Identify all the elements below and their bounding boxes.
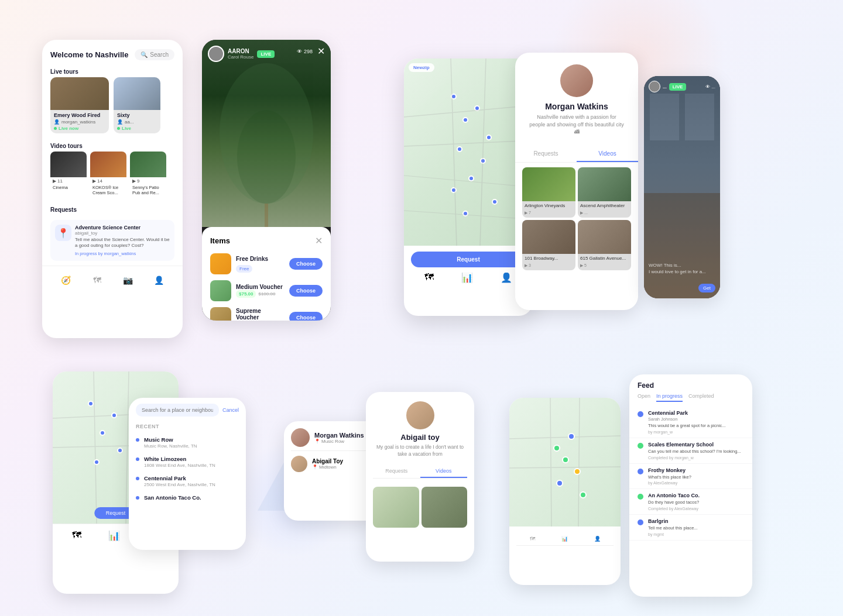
recent-item-3[interactable]: Centennial Park 2500 West End Ave, Nashv… [129,472,246,491]
choose-btn-voucher[interactable]: Choose [289,285,323,297]
svg-line-19 [550,398,551,526]
feed-item-5[interactable]: Barlgrin Tell me about this place... by … [629,515,752,541]
video-thumb-2[interactable]: ▶ 14 KOKOS® Ice Cream Sco... [90,152,126,197]
nav-explore[interactable]: 🧭 [58,272,74,288]
item-info-drinks: Free Drinks Free [236,256,285,273]
items-close[interactable]: ✕ [315,235,323,246]
pd-photo-1[interactable] [373,487,419,528]
live-chat-overlay: WOW! This is... I would love to get in f… [649,262,715,275]
video-tours-label: Video tours [42,139,183,152]
request-card[interactable]: 📍 Adventure Science Center abigail_toy T… [50,220,174,261]
choose-btn-supreme[interactable]: Choose [289,312,323,321]
feed-place-5: Barlgrin [648,518,698,524]
profile-header: Morgan Watkins Nashville native with a p… [515,53,638,142]
feed-item-2[interactable]: Scales Elementary School Can you tell me… [629,438,752,464]
request-button[interactable]: Request [411,252,526,267]
cancel-button[interactable]: Cancel [222,407,239,413]
feed-item-4[interactable]: An Antonio Taco Co. Do they have good ta… [629,489,752,515]
search-pill[interactable]: 🔍 Search [135,49,174,60]
item-prices-supreme: $150.00 $200.00 [236,321,285,321]
map-bot-dot-5 [94,459,100,465]
pd-name: Abigail toy [366,433,474,442]
feed-content-3: Frothy Monkey What's this place like? by… [648,467,691,486]
tour-name-1: Emery Wood Fired [54,112,105,118]
tab-requests[interactable]: Requests [515,146,577,162]
pd-photo-2[interactable] [422,487,468,528]
feed-comment-1: This would be a great spot for a picnic.… [648,423,726,429]
feed-comment-3: What's this place like? [648,474,691,480]
search-input[interactable] [136,404,219,417]
pd-tab-requests[interactable]: Requests [373,465,420,478]
feed-place-1: Centennial Park [648,410,726,416]
profile-name: Morgan Watkins [545,102,608,111]
item-name-drinks: Free Drinks [236,256,285,262]
vt-count-gallatin: ▶ 5 [578,263,631,270]
map-bottom-nav-map[interactable]: 🗺 [72,530,81,541]
video-count-2: ▶ 14 [90,177,126,185]
tour-info-2: Sixty 👤 aa... Live [114,110,160,133]
recent-item-2[interactable]: White Limozeen 1808 West End Ave, Nashvi… [129,452,246,472]
feed-user-1: Sarah Johnson [648,417,726,422]
svg-rect-11 [685,94,714,140]
feed-tab-completed[interactable]: Completed [688,393,714,402]
map-bottom-nav-chart[interactable]: 📊 [108,530,120,541]
map-nav-person[interactable]: 👤 [501,272,512,283]
profile-card: Morgan Watkins Nashville native with a p… [515,53,638,310]
search-icon: 🔍 [140,51,148,58]
item-thumb-voucher [210,280,231,301]
live-overlay: AARON Carol Rouse LIVE 👁 298 ✕ [202,40,331,68]
item-supreme-voucher: Supreme Voucher $150.00 $200.00 Choose [210,307,323,321]
video-broadway[interactable]: 101 Broadway... ▶ 3 [522,220,575,270]
map-bot-dot-4 [117,448,123,453]
recent-content-3: Centennial Park 2500 West End Ave, Nashv… [144,475,215,487]
tour-info-1: Emery Wood Fired 👤 morgan_watkins Live n… [50,110,109,133]
svg-line-6 [480,58,486,246]
map-bottom: Request 🗺 📊 👤 [404,246,533,290]
map-dots-nav-1[interactable]: 🗺 [530,536,535,542]
live-tour-card-1[interactable]: Emery Wood Fired 👤 morgan_watkins Live n… [50,77,109,133]
live-dot-1 [54,127,57,130]
tab-videos[interactable]: Videos [577,146,638,162]
map-nav-map[interactable]: 🗺 [424,272,434,283]
video-thumb-1[interactable]: ▶ 11 Cinema [50,152,87,197]
feed-dot-4 [638,494,643,500]
map-dots-nav-2[interactable]: 📊 [561,536,568,542]
live-get-button[interactable]: Get [698,284,715,292]
map-nav-chart[interactable]: 📊 [461,272,473,283]
item-info-supreme: Supreme Voucher $150.00 $200.00 [236,308,285,321]
nav-camera[interactable]: 📷 [120,272,136,288]
video-thumb-3[interactable]: ▶ 9 Senny's Patio Pub and Re... [130,152,166,197]
map-top-card: Newzip Request 🗺 📊 👤 [404,58,533,316]
video-gallatin[interactable]: 615 Gallatin Avenue... ▶ 5 [578,220,631,270]
vt-label-broadway: 101 Broadway... [522,254,575,263]
feed-item-1[interactable]: Centennial Park Sarah Johnson This would… [629,407,752,438]
nav-map[interactable]: 🗺 [89,272,105,288]
live-tour-card-2[interactable]: Sixty 👤 aa... Live [114,77,160,133]
pd-tab-videos[interactable]: Videos [420,465,468,478]
live-right-card: ... LIVE 👁 ... WOW! This is... I would l… [644,76,720,298]
live-right-badge: LIVE [669,83,687,91]
recent-item-1[interactable]: Music Row Music Row, Nashville, TN [129,433,246,452]
recent-label: RECENT [129,422,246,433]
feed-tab-open[interactable]: Open [638,393,650,402]
feed-meta-1: by morgan_w [648,430,726,434]
item-name-voucher: Medium Voucher [236,284,285,290]
recent-item-4[interactable]: San Antonio Taco Co. [129,491,246,504]
yellow-dot-1 [574,468,581,475]
feed-item-3[interactable]: Frothy Monkey What's this place like? by… [629,464,752,490]
nav-person[interactable]: 👤 [151,272,167,288]
close-button[interactable]: ✕ [317,46,325,57]
svg-line-8 [404,211,533,219]
vt-img-amphitheater [578,167,631,201]
video-vineyard[interactable]: Arlington Vineyards ▶ 7 [522,167,575,218]
price-new-voucher: $75.00 [236,290,256,298]
map-dots-nav-3[interactable]: 👤 [594,536,601,542]
choose-btn-drinks[interactable]: Choose [289,258,323,270]
item-price-free: Free [236,265,252,273]
map-bot-dot-2 [111,412,117,418]
feed-tab-inprogress[interactable]: In progress [656,393,683,402]
feed-meta-5: by mgmt [648,532,698,536]
svg-point-1 [237,110,296,204]
video-amphitheater[interactable]: Ascend Amphitheater ▶ ... [578,167,631,218]
map-dots-bottom: 🗺 📊 👤 [509,526,621,552]
